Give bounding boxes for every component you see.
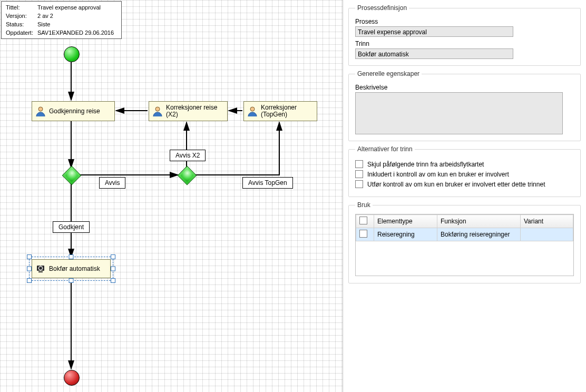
field-process: Travel expense approval: [355, 26, 513, 37]
checkbox-icon[interactable]: [355, 170, 363, 178]
gateway-2[interactable]: ✦: [178, 166, 197, 185]
start-event[interactable]: [64, 46, 80, 62]
option-hide-following[interactable]: Skjul påfølgende trinn fra arbeidsflytka…: [355, 160, 574, 168]
workflow-canvas[interactable]: Tittel:Travel expense approval Versjon:2…: [0, 0, 343, 392]
connector-layer: [0, 0, 343, 392]
checkbox-icon[interactable]: [359, 230, 367, 238]
svg-point-9: [155, 107, 160, 111]
label-avvis-topgen: Avvis TopGen: [242, 177, 293, 189]
end-event[interactable]: [64, 370, 80, 386]
label-avvis-x2: Avvis X2: [170, 150, 206, 161]
option-included-single-user[interactable]: Inkludert i kontroll av om kun en bruker…: [355, 170, 574, 178]
option-label: Skjul påfølgende trinn fra arbeidsflytka…: [367, 161, 484, 168]
option-check-after-step[interactable]: Utfør kontroll av om kun en bruker er in…: [355, 180, 574, 188]
system-task-icon: [35, 263, 46, 274]
option-label: Inkludert i kontroll av om kun en bruker…: [367, 171, 509, 178]
field-description[interactable]: [355, 92, 563, 134]
task-bokfor-automatisk[interactable]: Bokfør automatisk: [32, 259, 111, 278]
cell-funksjon: Bokføring reiseregninger: [437, 228, 521, 241]
table-row[interactable]: Reiseregning Bokføring reiseregninger: [356, 228, 573, 241]
section-title: Bruk: [355, 201, 373, 209]
task-label: Korreksjoner reise(X2): [166, 104, 217, 118]
cell-elementtype: Reiseregning: [374, 228, 437, 241]
section-process-definition: Prosessdefinisjon Prosess Travel expense…: [348, 4, 581, 66]
label-avvis: Avvis: [99, 177, 125, 189]
column-funksjon[interactable]: Funksjon: [437, 215, 521, 228]
column-select[interactable]: [356, 215, 374, 228]
label-godkjent: Godkjent: [53, 221, 90, 233]
user-icon: [152, 106, 163, 116]
task-korreksjoner-topgen[interactable]: Korreksjoner(TopGen): [243, 101, 317, 121]
checkbox-icon[interactable]: [355, 160, 363, 168]
column-variant[interactable]: Variant: [521, 215, 573, 228]
gateway-1[interactable]: ✦: [62, 166, 82, 185]
usage-table[interactable]: Elementtype Funksjon Variant Reiseregnin…: [356, 214, 573, 241]
label-description: Beskrivelse: [355, 84, 574, 91]
section-title: Prosessdefinisjon: [355, 4, 409, 12]
task-godkjenning-reise[interactable]: Godkjenning reise: [32, 101, 115, 121]
svg-point-12: [39, 267, 43, 270]
section-title: Generelle egenskaper: [355, 70, 422, 77]
svg-rect-13: [38, 271, 43, 272]
field-step: Bokfør automatisk: [355, 48, 513, 59]
cell-variant: [521, 228, 573, 241]
checkbox-icon[interactable]: [359, 217, 367, 224]
user-icon: [35, 106, 46, 116]
task-korreksjoner-x2[interactable]: Korreksjoner reise(X2): [149, 101, 228, 121]
label-step: Trinn: [355, 40, 574, 47]
label-process: Prosess: [355, 18, 574, 25]
task-label: Godkjenning reise: [49, 108, 100, 115]
section-step-options: Alternativer for trinn Skjul påfølgende …: [348, 145, 581, 197]
user-icon: [247, 106, 258, 116]
task-label: Korreksjoner(TopGen): [261, 104, 297, 118]
section-usage: Bruk Elementtype Funksjon Variant Reiser…: [348, 201, 581, 283]
diagram-info-box: Tittel:Travel expense approval Versjon:2…: [1, 1, 122, 39]
task-label: Bokfør automatisk: [49, 266, 100, 272]
section-title: Alternativer for trinn: [355, 145, 415, 153]
svg-rect-11: [37, 266, 44, 271]
section-general: Generelle egenskaper Beskrivelse: [348, 70, 581, 141]
svg-point-10: [250, 107, 255, 111]
column-elementtype[interactable]: Elementtype: [374, 215, 437, 228]
properties-panel: Prosessdefinisjon Prosess Travel expense…: [343, 0, 586, 392]
checkbox-icon[interactable]: [355, 180, 363, 188]
svg-point-8: [38, 107, 43, 111]
option-label: Utfør kontroll av om kun en bruker er in…: [367, 181, 545, 188]
